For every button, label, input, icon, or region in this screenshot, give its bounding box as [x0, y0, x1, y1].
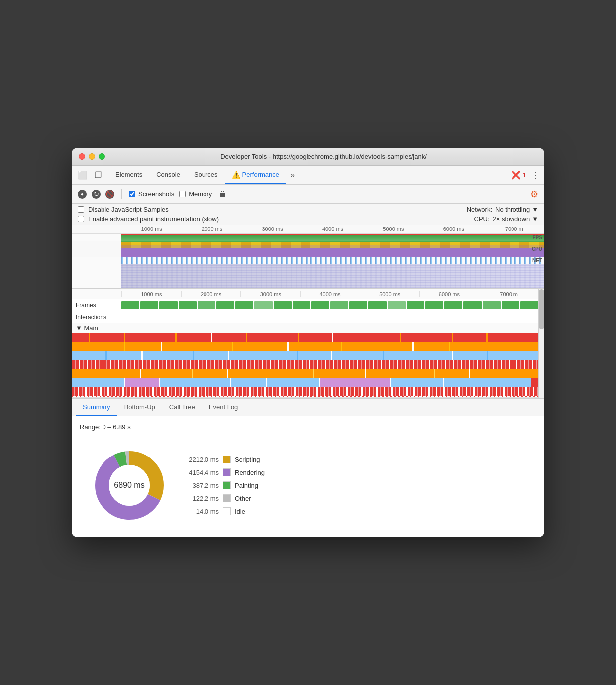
- warning-icon: ⚠️: [232, 171, 240, 179]
- main-timeline-area: 1000 ms 2000 ms 3000 ms 4000 ms 5000 ms …: [72, 289, 544, 398]
- devtools-window: Developer Tools - https://googlechrome.g…: [72, 148, 544, 537]
- t-tick-7: 7000 m: [479, 291, 538, 297]
- idle-value: 14.0 ms: [184, 508, 219, 515]
- tab-sources[interactable]: Sources: [187, 166, 225, 184]
- screenshot-thumb[interactable]: [121, 264, 544, 288]
- t-tick-6: 6000 ms: [419, 291, 479, 297]
- record-button[interactable]: ●: [78, 190, 87, 199]
- tab-event-log[interactable]: Event Log: [202, 399, 245, 416]
- rendering-color: [223, 468, 231, 476]
- clear-button[interactable]: 🚫: [105, 190, 114, 199]
- tab-elements[interactable]: Elements: [108, 166, 149, 184]
- scripting-label: Scripting: [235, 456, 260, 463]
- cpu-label: CPU: [532, 246, 542, 252]
- ruler-tick-4: 4000 ms: [303, 226, 363, 233]
- t-tick-3: 3000 ms: [240, 291, 300, 297]
- other-label: Other: [235, 495, 251, 502]
- ruler-tick-5: 5000 ms: [363, 226, 423, 233]
- range-text: Range: 0 – 6.89 s: [80, 423, 536, 431]
- tab-performance[interactable]: ⚠️ Performance: [225, 166, 286, 184]
- cpu-dropdown-icon: ▼: [532, 215, 538, 223]
- ruler-tick-1: 1000 ms: [121, 226, 182, 233]
- other-value: 122.2 ms: [184, 495, 219, 502]
- memory-checkbox[interactable]: [179, 191, 186, 197]
- dock-icon[interactable]: ❐: [93, 168, 103, 182]
- t-tick-2: 2000 ms: [181, 291, 241, 297]
- legend: 2212.0 ms Scripting 4154.4 ms Rendering …: [184, 456, 265, 515]
- timeline-ruler-row: 1000 ms 2000 ms 3000 ms 4000 ms 5000 ms …: [72, 289, 538, 299]
- separator-1: [121, 189, 122, 199]
- screenshot-strip: [72, 264, 544, 289]
- ruler-tick-3: 3000 ms: [242, 226, 303, 233]
- donut-chart: 6890 ms: [90, 446, 169, 525]
- legend-scripting: 2212.0 ms Scripting: [184, 456, 265, 463]
- fps-label: FPS: [533, 235, 542, 240]
- other-color: [223, 494, 231, 502]
- scrollbar-thumb[interactable]: [539, 289, 544, 329]
- main-section: ▼ Main: [72, 323, 538, 398]
- devtools-menu-button[interactable]: ⋮: [531, 170, 540, 181]
- main-label: ▼ Main: [72, 324, 121, 332]
- ruler-tick-2: 2000 ms: [182, 226, 242, 233]
- t-tick-1: 1000 ms: [121, 291, 181, 297]
- tab-bar: ⬜ ❐ Elements Console Sources ⚠️ Performa…: [72, 166, 544, 185]
- overview-ruler: 1000 ms 2000 ms 3000 ms 4000 ms 5000 ms …: [72, 225, 544, 234]
- frames-label: Frames: [72, 302, 121, 309]
- legend-other: 122.2 ms Other: [184, 494, 265, 502]
- tab-more-button[interactable]: »: [286, 171, 299, 180]
- summary-area: 6890 ms 2212.0 ms Scripting 4154.4 ms Re…: [80, 441, 536, 530]
- network-dropdown-icon: ▼: [532, 206, 538, 213]
- error-icon: ❌: [511, 170, 521, 180]
- toolbar: ● ↻ 🚫 Screenshots Memory 🗑 ⚙: [72, 185, 544, 204]
- rendering-label: Rendering: [235, 469, 265, 476]
- network-value[interactable]: No throttling ▼: [495, 206, 538, 213]
- t-tick-5: 5000 ms: [360, 291, 419, 297]
- painting-value: 387.2 ms: [184, 482, 219, 489]
- frames-content[interactable]: [121, 299, 538, 311]
- window-title: Developer Tools - https://googlechrome.g…: [110, 153, 537, 160]
- minimize-button[interactable]: [89, 153, 95, 160]
- painting-color: [223, 481, 231, 489]
- maximize-button[interactable]: [99, 153, 105, 160]
- memory-checkbox-group[interactable]: Memory: [179, 190, 212, 198]
- legend-idle: 14.0 ms Idle: [184, 507, 265, 515]
- interactions-label: Interactions: [72, 314, 121, 321]
- separator-2: [234, 189, 234, 199]
- traffic-lights: [79, 153, 105, 160]
- disable-js-samples-checkbox[interactable]: [78, 206, 84, 213]
- summary-content: Range: 0 – 6.89 s: [72, 416, 544, 537]
- option-row-2: Enable advanced paint instrumentation (s…: [78, 215, 538, 223]
- reload-button[interactable]: ↻: [92, 190, 101, 199]
- ruler-tick-7: 7000 m: [484, 226, 544, 233]
- settings-icon[interactable]: ⚙: [530, 189, 538, 200]
- bottom-tabs: Summary Bottom-Up Call Tree Event Log: [72, 399, 544, 416]
- bottom-panel: Summary Bottom-Up Call Tree Event Log Ra…: [72, 398, 544, 537]
- cpu-value[interactable]: 2× slowdown ▼: [493, 215, 538, 223]
- close-button[interactable]: [79, 153, 85, 160]
- scripting-value: 2212.0 ms: [184, 456, 219, 463]
- screenshots-checkbox[interactable]: [129, 191, 135, 197]
- ruler-tick-6: 6000 ms: [423, 226, 484, 233]
- trash-icon[interactable]: 🗑: [219, 190, 227, 199]
- frames-track: Frames: [72, 299, 538, 311]
- option-row-1: Disable JavaScript Samples Network: No t…: [78, 206, 538, 213]
- idle-color: [223, 507, 231, 515]
- screenshots-checkbox-group[interactable]: Screenshots: [129, 190, 174, 198]
- tab-console[interactable]: Console: [149, 166, 187, 184]
- timeline-scrollbar[interactable]: [538, 289, 544, 398]
- interactions-content[interactable]: [121, 311, 538, 323]
- scripting-color: [223, 456, 231, 463]
- advanced-paint-checkbox[interactable]: [78, 216, 84, 222]
- tab-call-tree[interactable]: Call Tree: [162, 399, 202, 416]
- cursor-icon[interactable]: ⬜: [76, 168, 90, 182]
- options-bar: Disable JavaScript Samples Network: No t…: [72, 204, 544, 225]
- legend-painting: 387.2 ms Painting: [184, 481, 265, 489]
- net-label: NET: [532, 258, 542, 263]
- cpu-option: CPU: 2× slowdown ▼: [474, 215, 538, 223]
- painting-label: Painting: [235, 482, 258, 489]
- overview-panel: 1000 ms 2000 ms 3000 ms 4000 ms 5000 ms …: [72, 225, 544, 289]
- tab-error-badge[interactable]: ❌ 1: [511, 170, 526, 180]
- tab-bottom-up[interactable]: Bottom-Up: [117, 399, 162, 416]
- tab-summary[interactable]: Summary: [76, 399, 117, 416]
- flame-chart[interactable]: [72, 333, 538, 398]
